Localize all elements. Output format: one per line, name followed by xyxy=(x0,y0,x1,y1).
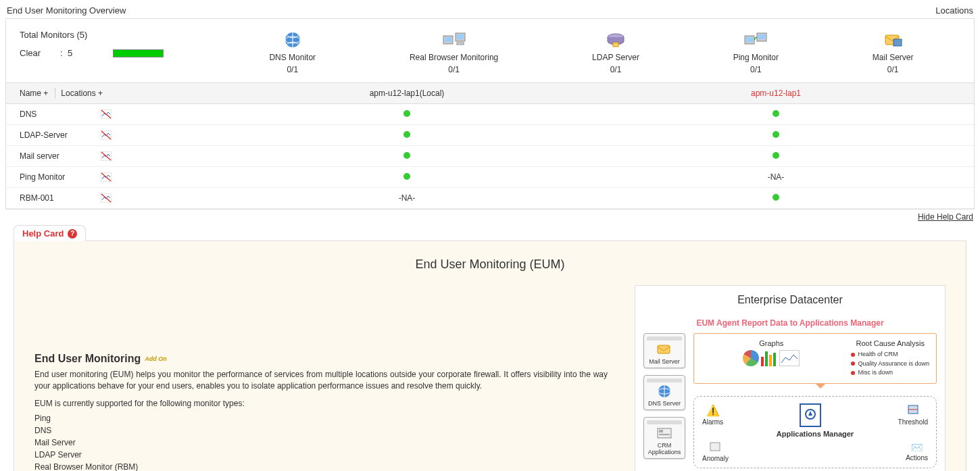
rca-item: Quality Assurance is down xyxy=(851,360,929,369)
status-cell xyxy=(591,193,960,203)
help-card-tab[interactable]: Help Card ? xyxy=(14,225,86,241)
svg-rect-36 xyxy=(710,443,720,451)
monitor-type-count: 0/1 xyxy=(887,65,899,74)
diagram-service-box: Mail Server xyxy=(643,333,685,368)
supported-type-item: Mail Server xyxy=(34,437,608,449)
rca-dot-icon xyxy=(851,362,855,366)
diagram-service-box: DNS Server xyxy=(643,375,685,410)
rca-dot-icon xyxy=(851,371,855,375)
threshold-icon xyxy=(907,404,919,417)
rca-item: Health of CRM xyxy=(851,350,929,360)
status-cell xyxy=(222,172,591,182)
location-column-header[interactable]: apm-u12-lap1(Local) xyxy=(222,89,591,98)
supported-type-item: LDAP Server xyxy=(34,449,608,461)
appmgr-title: Applications Manager xyxy=(702,430,928,438)
monitor-type-count: 0/1 xyxy=(750,65,762,74)
page-title: End User Monitoring Overview xyxy=(7,5,126,16)
status-cell xyxy=(222,109,591,119)
column-name-sort[interactable]: Name + xyxy=(20,89,48,98)
table-row: Ping Monitor -NA- xyxy=(6,167,974,188)
hide-help-card-link[interactable]: Hide Help Card xyxy=(0,209,980,224)
svg-rect-31 xyxy=(659,430,663,432)
anomaly-icon xyxy=(710,442,720,453)
monitor-type-icon xyxy=(604,30,628,50)
line-chart-icon xyxy=(779,350,800,366)
monitor-type-card[interactable]: Ping Monitor 0/1 xyxy=(733,30,779,74)
status-up-icon xyxy=(773,194,779,201)
row-name[interactable]: DNS xyxy=(20,109,101,119)
bar-chart-icon xyxy=(761,350,777,366)
help-icon: ? xyxy=(68,229,77,239)
alarm-icon: ⚠️ xyxy=(706,404,720,417)
actions-icon: ✉️ xyxy=(911,442,923,453)
status-cell xyxy=(222,130,591,140)
graphs-label: Graphs xyxy=(701,339,841,347)
monitor-type-card[interactable]: Mail Server 0/1 xyxy=(873,30,914,74)
helpcard-supported-intro: EUM is currently supported for the follo… xyxy=(34,399,608,408)
status-up-icon xyxy=(773,152,779,159)
monitor-type-name: Real Browser Monitoring xyxy=(410,53,498,62)
actions-label: Actions xyxy=(906,454,928,462)
clear-count: 5 xyxy=(68,48,72,58)
status-up-icon xyxy=(403,131,410,138)
monitor-type-icon xyxy=(442,30,466,50)
row-chart-icon[interactable] xyxy=(101,130,222,140)
clear-label: Clear xyxy=(20,48,47,58)
total-monitors-label: Total Monitors (5) xyxy=(20,30,222,40)
help-card-body: End User Monitoring (EUM) End User Monit… xyxy=(14,241,966,471)
svg-rect-6 xyxy=(457,34,464,39)
svg-rect-26 xyxy=(658,345,670,353)
svg-rect-13 xyxy=(758,34,765,39)
rca-label: Root Cause Analysis xyxy=(851,339,929,347)
monitor-type-name: DNS Monitor xyxy=(269,53,316,62)
monitor-type-icon xyxy=(743,30,768,50)
monitor-type-card[interactable]: DNS Monitor 0/1 xyxy=(269,30,316,74)
row-name[interactable]: RBM-001 xyxy=(20,193,101,203)
row-chart-icon[interactable] xyxy=(101,193,222,203)
monitor-type-card[interactable]: Real Browser Monitoring 0/1 xyxy=(410,30,498,74)
row-name[interactable]: Ping Monitor xyxy=(20,172,101,182)
diagram-service-box: CRM Applications xyxy=(643,417,685,459)
row-name[interactable]: LDAP-Server xyxy=(20,130,101,140)
status-cell xyxy=(591,151,960,161)
status-cell xyxy=(591,130,960,140)
table-row: DNS xyxy=(6,104,974,125)
addon-badge: Add On xyxy=(145,355,167,362)
anomaly-label: Anomaly xyxy=(702,455,729,462)
monitor-type-name: Ping Monitor xyxy=(733,53,779,62)
row-chart-icon[interactable] xyxy=(101,172,222,182)
diagram-callout: Graphs xyxy=(693,333,937,384)
status-up-icon xyxy=(403,110,410,117)
status-up-icon xyxy=(773,131,779,138)
monitor-type-count: 0/1 xyxy=(448,65,460,74)
table-row: LDAP-Server xyxy=(6,125,974,146)
rca-dot-icon xyxy=(851,353,855,357)
help-card-tab-label: Help Card xyxy=(22,228,64,239)
threshold-label: Threshold xyxy=(898,418,928,426)
status-cell xyxy=(222,151,591,161)
supported-type-item: Real Browser Monitor (RBM) xyxy=(34,461,608,471)
row-chart-icon[interactable] xyxy=(101,109,222,119)
column-locations-sort[interactable]: Locations + xyxy=(55,89,103,98)
helpcard-intro: End user monitoring (EUM) helps you moni… xyxy=(34,369,608,392)
status-up-icon xyxy=(403,152,410,159)
dashboard-frame: Total Monitors (5) Clear : 5 DNS Monitor… xyxy=(5,18,975,209)
status-up-icon xyxy=(773,110,779,117)
helpcard-subtitle: Enterprise Datacenter xyxy=(643,294,937,306)
row-chart-icon[interactable] xyxy=(101,151,222,161)
svg-rect-15 xyxy=(893,39,902,46)
helpcard-section-heading: End User Monitoring Add On xyxy=(34,353,608,365)
monitor-type-icon xyxy=(881,30,905,50)
svg-rect-7 xyxy=(457,43,464,45)
supported-type-item: Ping xyxy=(34,412,608,424)
status-cell xyxy=(591,109,960,119)
monitor-type-count: 0/1 xyxy=(287,65,298,74)
location-column-header[interactable]: apm-u12-lap1 xyxy=(591,89,960,98)
row-name[interactable]: Mail server xyxy=(20,151,101,161)
locations-link[interactable]: Locations xyxy=(935,5,973,16)
appmgr-box: ⚠️ Alarms Threshold xyxy=(693,396,937,468)
monitor-type-card[interactable]: LDAP Server 0/1 xyxy=(592,30,639,74)
diagram-title: EUM Agent Report Data to Applications Ma… xyxy=(643,318,937,328)
monitor-type-icon xyxy=(280,30,305,50)
monitor-type-name: Mail Server xyxy=(873,53,914,62)
